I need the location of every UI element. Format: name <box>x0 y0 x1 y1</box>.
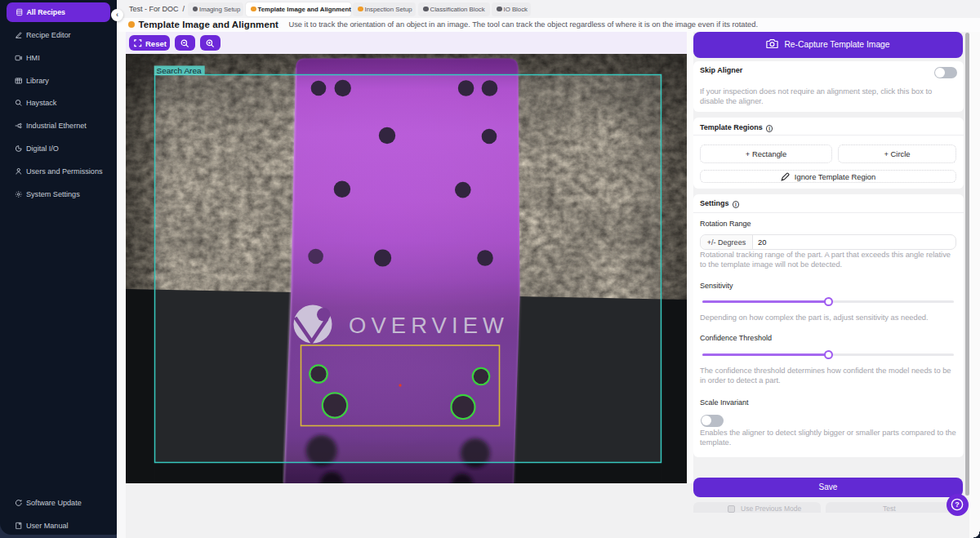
svg-text:?: ? <box>955 500 960 509</box>
